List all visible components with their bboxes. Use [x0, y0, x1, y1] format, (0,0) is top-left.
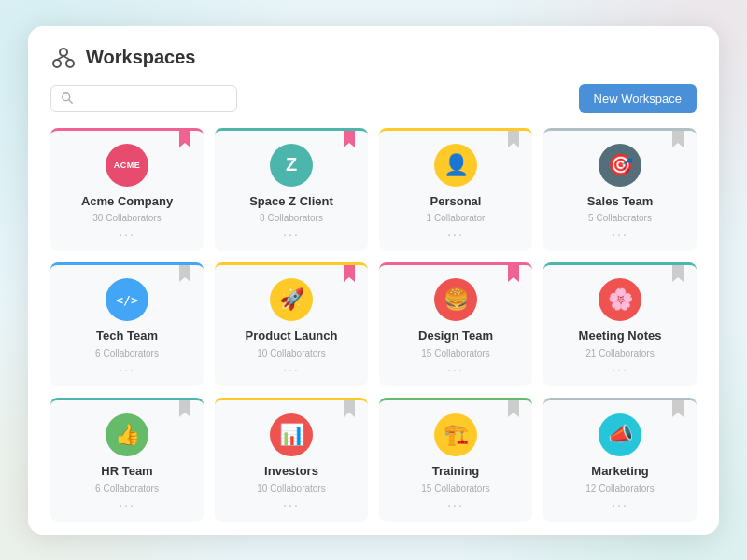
bookmark-icon[interactable]: [508, 265, 519, 282]
more-options[interactable]: ···: [390, 362, 521, 377]
svg-line-6: [69, 100, 73, 104]
more-options[interactable]: ···: [555, 497, 685, 512]
search-icon: [61, 91, 74, 105]
more-options[interactable]: ···: [226, 227, 357, 242]
collaborator-count: 8 Collaborators: [226, 213, 357, 223]
workspace-name: Training: [390, 464, 521, 480]
bookmark-icon[interactable]: [344, 265, 355, 282]
more-options[interactable]: ···: [390, 227, 521, 242]
collaborator-count: 6 Collaborators: [62, 483, 192, 494]
workspace-card[interactable]: 🏗️ Training 15 Collaborators ···: [379, 398, 532, 522]
workspace-card[interactable]: 🎯 Sales Team 5 Collaborators ···: [543, 128, 697, 252]
workspace-name: Design Team: [390, 329, 521, 344]
more-options[interactable]: ···: [226, 497, 357, 512]
workspace-name: Personal: [390, 194, 521, 210]
workspace-name: Space Z Client: [226, 194, 357, 210]
more-options[interactable]: ···: [555, 362, 685, 377]
collaborator-count: 12 Collaborators: [555, 483, 685, 494]
svg-point-0: [60, 49, 67, 56]
workspace-avatar: 📊: [270, 413, 313, 456]
workspaces-icon: [50, 45, 77, 71]
workspace-name: Acme Company: [62, 194, 192, 210]
more-options[interactable]: ···: [226, 362, 357, 377]
workspace-avatar: 🌸: [599, 278, 641, 321]
main-container: Workspaces New Workspace ACME Acme Compa…: [28, 26, 719, 535]
search-input[interactable]: [79, 91, 227, 105]
workspace-avatar: 👤: [434, 144, 477, 187]
workspace-name: Meeting Notes: [555, 329, 685, 344]
workspace-avatar: 📣: [599, 413, 641, 456]
workspace-name: Tech Team: [62, 329, 192, 344]
bookmark-icon[interactable]: [344, 131, 355, 147]
search-box[interactable]: [50, 85, 237, 112]
workspace-grid: ACME Acme Company 30 Collaborators ··· Z…: [50, 128, 697, 523]
workspace-card[interactable]: 🚀 Product Launch 10 Collaborators ···: [215, 262, 368, 386]
workspace-card[interactable]: ACME Acme Company 30 Collaborators ···: [50, 128, 204, 252]
workspace-card[interactable]: 👤 Personal 1 Collaborator ···: [379, 128, 532, 252]
bookmark-icon[interactable]: [672, 131, 684, 147]
workspace-card[interactable]: Z Space Z Client 8 Collaborators ···: [215, 128, 368, 252]
page-title: Workspaces: [86, 47, 195, 68]
workspace-avatar: Z: [270, 144, 313, 187]
bookmark-icon[interactable]: [672, 265, 684, 282]
workspace-card[interactable]: 📊 Investors 10 Collaborators ···: [215, 398, 368, 522]
collaborator-count: 10 Collaborators: [226, 483, 357, 494]
workspace-avatar: 🎯: [599, 144, 641, 187]
svg-point-1: [53, 60, 61, 67]
toolbar: New Workspace: [50, 84, 697, 113]
collaborator-count: 6 Collaborators: [62, 348, 192, 358]
workspace-avatar: 🍔: [434, 278, 477, 321]
workspace-name: Sales Team: [555, 194, 685, 210]
workspace-avatar: </>: [106, 278, 148, 321]
more-options[interactable]: ···: [390, 497, 521, 512]
workspace-name: Investors: [226, 464, 357, 480]
workspace-avatar: ACME: [106, 144, 148, 187]
workspace-avatar: 🏗️: [434, 413, 477, 456]
workspace-card[interactable]: 🌸 Meeting Notes 21 Collaborators ···: [543, 262, 697, 386]
page-header: Workspaces: [50, 45, 697, 71]
workspace-card[interactable]: 🍔 Design Team 15 Collaborators ···: [379, 262, 532, 386]
collaborator-count: 10 Collaborators: [226, 348, 357, 358]
collaborator-count: 15 Collaborators: [390, 348, 521, 358]
collaborator-count: 15 Collaborators: [390, 483, 521, 494]
workspace-card[interactable]: 📣 Marketing 12 Collaborators ···: [543, 398, 697, 522]
svg-point-2: [66, 60, 74, 67]
collaborator-count: 5 Collaborators: [555, 213, 685, 223]
bookmark-icon[interactable]: [508, 131, 519, 147]
workspace-avatar: 🚀: [270, 278, 313, 321]
more-options[interactable]: ···: [555, 227, 685, 242]
workspace-name: Marketing: [555, 464, 685, 480]
svg-line-4: [63, 56, 70, 60]
collaborator-count: 21 Collaborators: [555, 348, 685, 358]
workspace-name: Product Launch: [226, 329, 357, 344]
workspace-name: HR Team: [62, 464, 192, 480]
bookmark-icon[interactable]: [179, 131, 190, 147]
bookmark-icon[interactable]: [179, 265, 190, 282]
more-options[interactable]: ···: [62, 227, 192, 242]
workspace-card[interactable]: 👍 HR Team 6 Collaborators ···: [50, 398, 204, 522]
workspace-avatar: 👍: [106, 413, 148, 456]
bookmark-icon[interactable]: [179, 400, 190, 417]
more-options[interactable]: ···: [62, 362, 192, 377]
bookmark-icon[interactable]: [672, 400, 684, 417]
workspace-card[interactable]: </> Tech Team 6 Collaborators ···: [50, 262, 204, 386]
more-options[interactable]: ···: [62, 497, 192, 512]
bookmark-icon[interactable]: [344, 400, 355, 417]
collaborator-count: 1 Collaborator: [390, 213, 521, 223]
new-workspace-button[interactable]: New Workspace: [579, 84, 697, 113]
collaborator-count: 30 Collaborators: [62, 213, 192, 223]
bookmark-icon[interactable]: [508, 400, 519, 417]
svg-line-3: [57, 56, 63, 60]
